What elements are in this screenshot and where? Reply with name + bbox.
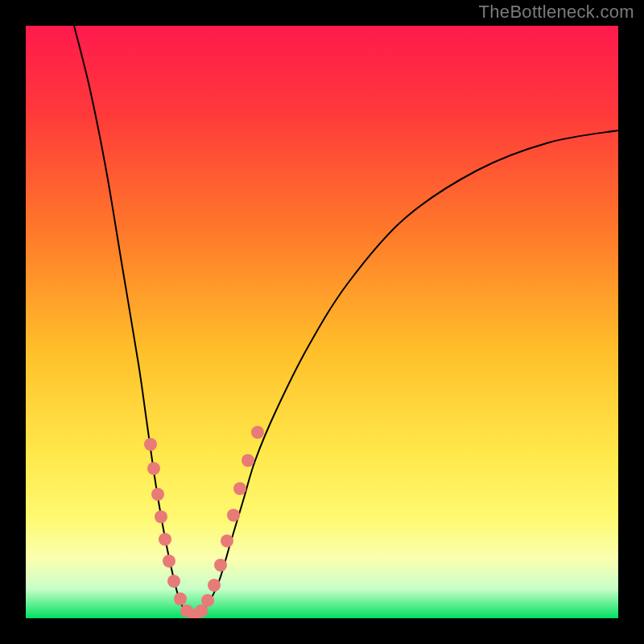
chart-frame: TheBottleneck.com xyxy=(0,0,644,644)
data-marker xyxy=(251,426,264,439)
data-marker xyxy=(214,559,227,572)
data-marker xyxy=(159,533,171,546)
watermark-text: TheBottleneck.com xyxy=(479,2,634,23)
data-marker xyxy=(163,555,175,568)
data-marker xyxy=(144,438,157,451)
data-marker xyxy=(221,535,233,547)
chart-svg xyxy=(26,26,618,618)
data-marker xyxy=(227,509,240,522)
data-marker xyxy=(155,510,167,523)
data-marker xyxy=(233,482,246,495)
data-marker xyxy=(167,575,180,588)
data-marker xyxy=(151,488,164,501)
data-marker xyxy=(201,594,214,607)
data-marker xyxy=(242,454,254,467)
plot-area xyxy=(26,26,618,618)
data-marker xyxy=(174,592,187,605)
data-marker xyxy=(147,462,160,475)
data-marker xyxy=(208,579,221,592)
